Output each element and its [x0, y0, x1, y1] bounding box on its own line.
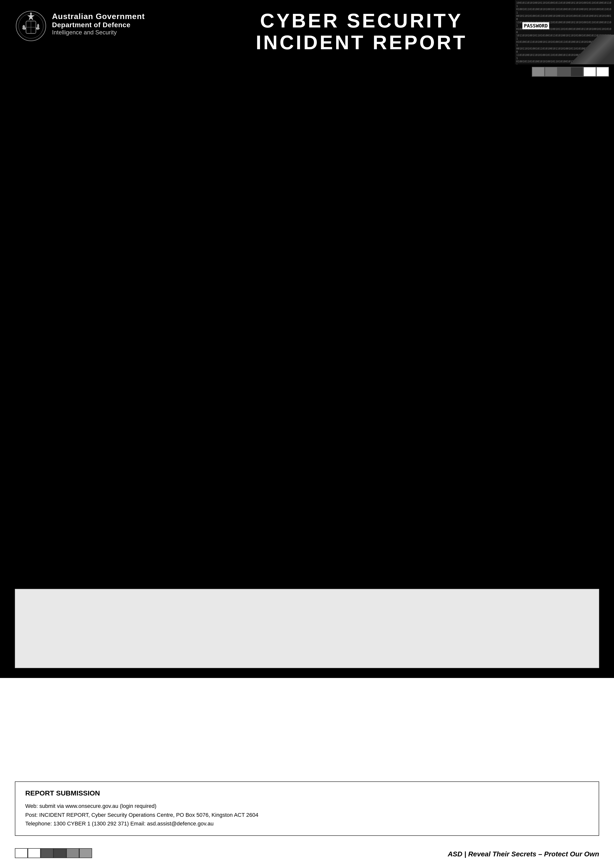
- asd-tagline: ASD | Reveal Their Secrets – Protect Our…: [448, 850, 599, 858]
- title-line1: CYBER SECURITY: [213, 10, 510, 32]
- logo-section: Australian Government Department of Defe…: [15, 10, 145, 42]
- color-strip-bottom: [15, 848, 92, 858]
- color-block-1: [532, 67, 545, 77]
- report-submission-title: REPORT SUBMISSION: [25, 789, 589, 797]
- report-submission-box: REPORT SUBMISSION Web: submit via www.on…: [15, 781, 599, 836]
- bottom-color-block-6: [79, 848, 92, 858]
- color-block-6: [596, 67, 609, 77]
- gray-content-box: [15, 589, 599, 668]
- footer-area: REPORT SUBMISSION Web: submit via www.on…: [0, 762, 614, 868]
- gov-text-block: Australian Government Department of Defe…: [52, 10, 145, 36]
- svg-point-7: [23, 25, 25, 28]
- intel-label: Intelligence and Security: [52, 29, 145, 36]
- bottom-color-block-4: [53, 848, 66, 858]
- report-phone-line: Telephone: 1300 CYBER 1 (1300 292 371) E…: [25, 819, 589, 828]
- au-gov-label: Australian Government: [52, 12, 145, 21]
- svg-point-9: [37, 24, 39, 28]
- bottom-color-block-1: [15, 848, 28, 858]
- header-bar: Australian Government Department of Defe…: [0, 0, 614, 89]
- report-web-line: Web: submit via www.onsecure.gov.au (log…: [25, 802, 589, 811]
- coat-of-arms-logo: [15, 10, 47, 42]
- page: Australian Government Department of Defe…: [0, 0, 614, 868]
- report-post-line: Post: INCIDENT REPORT, Cyber Security Op…: [25, 811, 589, 819]
- cyber-image: 1001011010100101101010010110101001011010…: [515, 0, 614, 64]
- bottom-color-block-5: [66, 848, 79, 858]
- report-title: CYBER SECURITY INCIDENT REPORT: [213, 10, 510, 53]
- hand-silhouette: [569, 35, 614, 64]
- color-block-2: [545, 67, 558, 77]
- title-line2: INCIDENT REPORT: [213, 32, 510, 53]
- bottom-color-block-2: [28, 848, 40, 858]
- password-overlay: PASSWORD: [522, 22, 549, 29]
- color-block-3: [558, 67, 570, 77]
- dept-label: Department of Defence: [52, 21, 145, 29]
- color-block-5: [583, 67, 596, 77]
- color-strip-top: [515, 65, 614, 78]
- color-block-4: [570, 67, 583, 77]
- bottom-color-block-3: [40, 848, 53, 858]
- title-section: CYBER SECURITY INCIDENT REPORT: [213, 10, 510, 53]
